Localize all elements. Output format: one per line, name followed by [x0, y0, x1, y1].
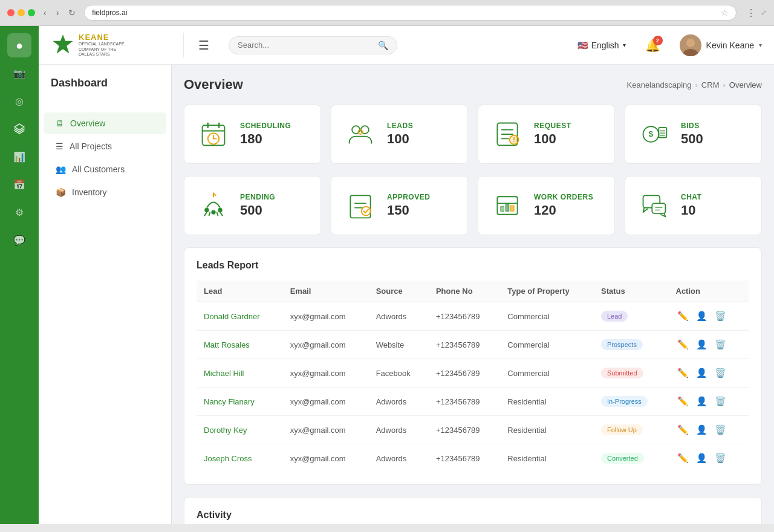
language-chevron-icon: ▾	[623, 42, 626, 48]
chat-label: CHAT	[681, 193, 701, 201]
stat-card-scheduling[interactable]: SCHEDULING 180	[184, 105, 321, 164]
stats-grid-row1: SCHEDULING 180	[184, 105, 762, 164]
assign-button-1[interactable]: 👤	[695, 338, 709, 351]
assign-button-3[interactable]: 👤	[695, 395, 709, 408]
delete-button-1[interactable]: 🗑️	[714, 338, 727, 351]
overview-icon: 🖥	[56, 118, 64, 128]
lead-source-1: Website	[369, 331, 429, 359]
delete-button-0[interactable]: 🗑️	[714, 310, 727, 323]
search-input[interactable]	[238, 41, 373, 50]
flag-icon: 🇺🇸	[577, 41, 588, 50]
edit-button-5[interactable]: ✏️	[676, 452, 690, 465]
sidebar-item-overview[interactable]: 🖥 Overview	[44, 112, 166, 134]
activity-title: Activity	[197, 510, 749, 521]
svg-line-29	[220, 212, 223, 216]
edit-button-1[interactable]: ✏️	[676, 338, 690, 351]
browser-menu-icon[interactable]: ⋮	[746, 7, 756, 19]
stat-card-bids[interactable]: $ BIDS 500	[625, 105, 762, 164]
leads-label: LEADS	[387, 122, 413, 130]
lead-status-2: Submitted	[594, 359, 669, 388]
delete-button-4[interactable]: 🗑️	[714, 423, 727, 436]
lead-status-1: Prospects	[594, 331, 669, 359]
leads-value: 100	[387, 131, 413, 147]
lead-name-3[interactable]: Nancy Flanary	[204, 397, 255, 406]
assign-button-2[interactable]: 👤	[695, 366, 709, 380]
notification-bell[interactable]: 🔔 2	[645, 38, 660, 53]
camera-nav-icon[interactable]: 📷	[7, 61, 31, 85]
assign-button-4[interactable]: 👤	[695, 423, 709, 436]
edit-button-0[interactable]: ✏️	[676, 310, 690, 323]
sidebar-nav: 🖥 Overview ☰ All Projects 👥 All Customer…	[39, 102, 171, 214]
approved-value: 150	[387, 203, 430, 218]
stat-card-chat[interactable]: CHAT 10	[625, 176, 762, 235]
forward-button[interactable]: ›	[53, 7, 63, 19]
search-icon[interactable]: 🔍	[378, 41, 388, 50]
table-body: Donald Gardner xyx@gmail.com Adwords +12…	[197, 302, 749, 473]
lead-status-0: Lead	[594, 302, 669, 331]
lead-status-5: Converted	[594, 444, 669, 473]
assign-button-0[interactable]: 👤	[695, 310, 709, 323]
sidebar-item-inventory[interactable]: 📦 Inventory	[44, 181, 166, 203]
hamburger-button[interactable]: ☰	[198, 38, 209, 53]
user-menu[interactable]: Kevin Keane ▾	[680, 34, 762, 56]
logo-brand: KEANE	[79, 33, 127, 42]
sidebar-item-all-projects[interactable]: ☰ All Projects	[44, 135, 166, 157]
svg-text:$: $	[649, 129, 653, 138]
lead-email-1: xyx@gmail.com	[283, 331, 369, 359]
bookmark-icon[interactable]: ☆	[721, 8, 729, 18]
lead-name-1[interactable]: Matt Rosales	[204, 340, 250, 349]
language-label: English	[591, 41, 619, 50]
edit-button-4[interactable]: ✏️	[676, 423, 690, 436]
table-row: Joseph Cross xyx@gmail.com Adwords +1234…	[197, 444, 749, 473]
svg-point-20	[513, 141, 515, 142]
stat-card-work-orders[interactable]: WORK ORDERS 120	[478, 176, 615, 235]
lead-phone-0: +123456789	[429, 302, 500, 331]
settings-nav-icon[interactable]: ⚙	[7, 200, 31, 224]
language-selector[interactable]: 🇺🇸 English ▾	[577, 41, 626, 50]
lead-name-4[interactable]: Dorothy Key	[204, 426, 247, 435]
lead-action-1: ✏️ 👤 🗑️	[669, 331, 750, 359]
stat-card-request[interactable]: REQUEST 100	[478, 105, 615, 164]
stat-card-pending[interactable]: PENDING 500	[184, 176, 321, 235]
icon-bar: ● 📷 ◎ 📊 📅 ⚙ 💬	[0, 26, 39, 524]
stat-card-approved[interactable]: APPROVED 150	[331, 176, 468, 235]
lead-action-2: ✏️ 👤 🗑️	[669, 359, 750, 388]
lead-source-0: Adwords	[369, 302, 429, 331]
chart-nav-icon[interactable]: 📊	[7, 144, 31, 169]
lead-name-2[interactable]: Michael Hill	[204, 369, 244, 378]
stat-card-leads[interactable]: LEADS 100	[331, 105, 468, 164]
edit-button-3[interactable]: ✏️	[676, 395, 690, 408]
delete-button-3[interactable]: 🗑️	[714, 395, 727, 408]
lead-property-type-1: Commercial	[500, 331, 594, 359]
lead-action-0: ✏️ 👤 🗑️	[669, 302, 750, 331]
delete-button-5[interactable]: 🗑️	[714, 452, 727, 465]
back-button[interactable]: ‹	[40, 7, 50, 19]
svg-rect-42	[501, 207, 504, 211]
chat-nav-icon[interactable]: 💬	[7, 228, 31, 252]
lead-source-4: Adwords	[369, 416, 429, 444]
dashboard-nav-icon[interactable]: ●	[7, 33, 31, 57]
bids-label: BIDS	[681, 122, 703, 130]
reload-button[interactable]: ↻	[65, 7, 79, 19]
svg-rect-43	[506, 204, 509, 211]
table-header: Lead Email Source Phone No Type of Prope…	[197, 281, 749, 302]
lead-name-5[interactable]: Joseph Cross	[204, 454, 252, 463]
lead-phone-1: +123456789	[429, 331, 500, 359]
lead-phone-3: +123456789	[429, 388, 500, 416]
chat-stat-icon	[637, 189, 671, 222]
projects-icon: ☰	[56, 141, 63, 151]
sidebar: Dashboard 🖥 Overview ☰ All Projects 👥 Al…	[39, 65, 172, 524]
calendar-nav-icon[interactable]: 📅	[7, 172, 31, 196]
sidebar-item-all-customers[interactable]: 👥 All Customers	[44, 158, 166, 180]
breadcrumb-part-1: Keanelandscaping	[627, 80, 692, 89]
delete-button-2[interactable]: 🗑️	[714, 366, 727, 380]
lead-name-0[interactable]: Donald Gardner	[204, 312, 260, 321]
lead-source-3: Adwords	[369, 388, 429, 416]
leads-report-section: Leads Report Lead Email Source Phone No …	[184, 247, 762, 485]
target-nav-icon[interactable]: ◎	[7, 89, 31, 113]
assign-button-5[interactable]: 👤	[695, 452, 709, 465]
breadcrumb-sep-1: ›	[695, 80, 698, 89]
edit-button-2[interactable]: ✏️	[676, 366, 690, 380]
layers-nav-icon[interactable]	[7, 117, 31, 141]
lead-email-2: xyx@gmail.com	[283, 359, 369, 388]
